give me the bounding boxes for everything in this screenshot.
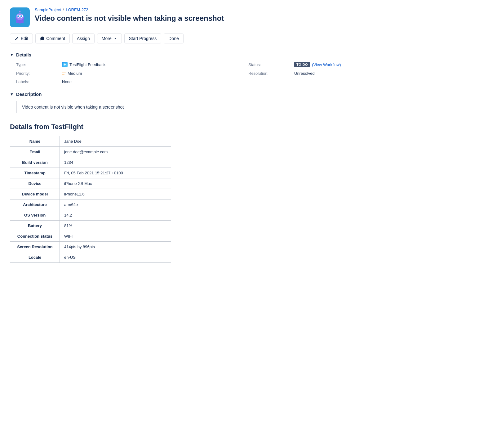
table-row: Connection statusWIFI	[10, 231, 171, 242]
svg-point-12	[21, 21, 24, 23]
table-row: Battery81%	[10, 221, 171, 231]
view-workflow-link[interactable]: (View Workflow)	[312, 62, 341, 67]
details-section-title: Details	[16, 52, 31, 57]
project-icon	[10, 7, 30, 27]
table-row: Localeen-US	[10, 252, 171, 263]
table-row-value: WIFI	[60, 231, 171, 242]
priority-label: Priority:	[16, 71, 60, 76]
table-row-label: Name	[10, 136, 60, 147]
table-row-value: arm64e	[60, 199, 171, 210]
table-row-label: Architecture	[10, 199, 60, 210]
table-row-label: Build version	[10, 157, 60, 168]
edit-button[interactable]: Edit	[10, 34, 33, 43]
table-row: Emailjane.doe@example.com	[10, 147, 171, 157]
table-row-value: iPhone11,6	[60, 189, 171, 199]
table-row-label: Timestamp	[10, 168, 60, 178]
details-chevron-icon[interactable]: ▼	[10, 53, 14, 57]
start-progress-label: Start Progress	[129, 36, 157, 41]
testflight-type-icon	[62, 62, 68, 67]
testflight-section: Details from TestFlight NameJane DoeEmai…	[10, 123, 478, 263]
table-row: Device modeliPhone11,6	[10, 189, 171, 199]
toolbar: Edit Comment Assign More Start Progress …	[10, 34, 478, 43]
table-row: NameJane Doe	[10, 136, 171, 147]
priority-text: Medium	[68, 71, 82, 76]
svg-point-7	[21, 16, 22, 16]
table-row-label: Device model	[10, 189, 60, 199]
table-row: Architecturearm64e	[10, 199, 171, 210]
table-row: TimestampFri, 05 Feb 2021 15:21:27 +0100	[10, 168, 171, 178]
labels-label: Labels:	[16, 79, 60, 84]
page-header: SampleProject / LOREM-272 Video content …	[10, 7, 478, 27]
priority-value: Medium	[62, 71, 246, 76]
table-row-label: Connection status	[10, 231, 60, 242]
more-label: More	[102, 36, 112, 41]
status-label: Status:	[248, 62, 292, 67]
table-row-value: 414pts by 896pts	[60, 242, 171, 252]
comment-button[interactable]: Comment	[35, 34, 70, 43]
table-row-value: 14.2	[60, 210, 171, 221]
testflight-table: NameJane DoeEmailjane.doe@example.comBui…	[10, 136, 171, 263]
status-badge: TO DO	[294, 62, 310, 67]
description-section: ▼ Description Video content is not visib…	[10, 92, 478, 113]
table-row-value: iPhone XS Max	[60, 178, 171, 189]
header-text: SampleProject / LOREM-272 Video content …	[35, 7, 224, 23]
labels-value: None	[62, 79, 246, 84]
table-row-label: Locale	[10, 252, 60, 263]
svg-point-6	[18, 16, 19, 16]
assign-button[interactable]: Assign	[72, 34, 95, 43]
comment-label: Comment	[46, 36, 65, 41]
chevron-down-icon	[113, 37, 117, 40]
comment-icon	[40, 36, 44, 41]
breadcrumb: SampleProject / LOREM-272	[35, 7, 224, 12]
table-row-label: Screen Resolution	[10, 242, 60, 252]
breadcrumb-issue[interactable]: LOREM-272	[66, 7, 88, 12]
table-row: Screen Resolution414pts by 896pts	[10, 242, 171, 252]
details-grid: Type: TestFlight Feedback Status: TO DO …	[10, 62, 478, 84]
details-section-header: ▼ Details	[10, 52, 478, 57]
table-row: DeviceiPhone XS Max	[10, 178, 171, 189]
type-text: TestFlight Feedback	[69, 62, 105, 67]
edit-label: Edit	[21, 36, 28, 41]
description-content: Video content is not visible when taking…	[16, 101, 478, 113]
details-section: ▼ Details Type: TestFlight Feedback Stat…	[10, 52, 478, 84]
table-row: OS Version14.2	[10, 210, 171, 221]
type-value: TestFlight Feedback	[62, 62, 246, 67]
type-label: Type:	[16, 62, 60, 67]
table-row-label: Email	[10, 147, 60, 157]
table-row-label: Device	[10, 178, 60, 189]
table-row-value: Jane Doe	[60, 136, 171, 147]
table-row-value: 81%	[60, 221, 171, 231]
description-chevron-icon[interactable]: ▼	[10, 92, 14, 96]
done-button[interactable]: Done	[164, 34, 183, 43]
breadcrumb-project[interactable]: SampleProject	[35, 7, 61, 12]
description-section-header: ▼ Description	[10, 92, 478, 97]
svg-point-9	[19, 11, 21, 12]
priority-icon	[62, 73, 66, 74]
done-label: Done	[168, 36, 179, 41]
resolution-label: Resolution:	[248, 71, 292, 76]
start-progress-button[interactable]: Start Progress	[124, 34, 161, 43]
table-row-value: jane.doe@example.com	[60, 147, 171, 157]
table-row: Build version1234	[10, 157, 171, 168]
table-row-value: 1234	[60, 157, 171, 168]
table-row-value: Fri, 05 Feb 2021 15:21:27 +0100	[60, 168, 171, 178]
status-value: TO DO (View Workflow)	[294, 62, 478, 67]
table-row-value: en-US	[60, 252, 171, 263]
resolution-value: Unresolved	[294, 71, 478, 76]
testflight-title: Details from TestFlight	[10, 123, 478, 131]
svg-point-5	[20, 15, 22, 17]
more-button[interactable]: More	[97, 34, 122, 43]
svg-point-4	[17, 15, 19, 17]
table-row-label: Battery	[10, 221, 60, 231]
table-row-label: OS Version	[10, 210, 60, 221]
breadcrumb-separator: /	[63, 7, 64, 12]
assign-label: Assign	[77, 36, 90, 41]
pencil-icon	[15, 36, 19, 41]
description-section-title: Description	[16, 92, 42, 97]
issue-title: Video content is not visible when taking…	[35, 13, 224, 23]
